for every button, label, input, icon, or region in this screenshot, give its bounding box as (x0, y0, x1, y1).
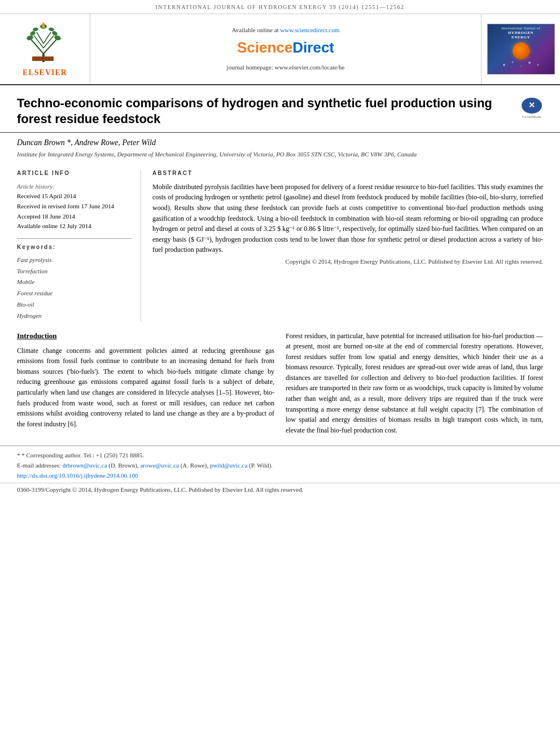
svg-line-6 (43, 32, 51, 43)
article-title-section: Techno-economic comparisons of hydrogen … (0, 85, 560, 133)
footnote-area: * * Corresponding author. Tel.: +1 (250)… (0, 445, 560, 483)
elsevier-label: ELSEVIER (23, 67, 67, 78)
email-brown-name: (D. Brown), (108, 462, 138, 469)
article-info-col: ARTICLE INFO Article history: Received 1… (17, 169, 141, 322)
article-history-block: Article history: Received 15 April 2014 … (17, 182, 132, 231)
email-wild-name: (P. Wild). (249, 462, 273, 469)
article-title: Techno-economic comparisons of hydrogen … (17, 95, 520, 128)
keyword-forest-residue: Forest residue (17, 288, 132, 299)
email-label: E-mail addresses: (17, 462, 61, 469)
svg-line-1 (31, 40, 43, 54)
header-area: ELSEVIER Available online at www.science… (0, 14, 560, 85)
authors: Duncan Brown *, Andrew Rowe, Peter Wild (17, 137, 543, 148)
history-label: Article history: (17, 182, 132, 192)
right-paragraph-1: Forest residues, in particular, have pot… (286, 331, 543, 436)
abstract-col: ABSTRACT Mobile distributed pyrolysis fa… (152, 169, 543, 322)
crossmark-badge[interactable]: ✕ CrossMark (520, 98, 543, 120)
crossmark-icon: ✕ (528, 100, 535, 111)
available-online-link[interactable]: www.sciencedirect.com (280, 27, 339, 33)
journal-cover-intl: International Journal of (501, 27, 540, 30)
authors-section: Duncan Brown *, Andrew Rowe, Peter Wild … (0, 133, 560, 164)
header-left: ELSEVIER (0, 14, 90, 84)
elsevier-logo-svg (14, 20, 76, 65)
page: INTERNATIONAL JOURNAL OF HYDROGEN ENERGY… (0, 0, 560, 747)
svg-point-8 (53, 34, 61, 41)
svg-point-7 (25, 34, 33, 41)
abstract-header: ABSTRACT (152, 169, 543, 177)
svg-point-19 (511, 61, 513, 63)
doi-link[interactable]: http://dx.doi.org/10.1016/j.ijhydene.201… (17, 472, 138, 479)
article-info-abstract-area: ARTICLE INFO Article history: Received 1… (0, 169, 560, 322)
article-info-header: ARTICLE INFO (17, 169, 132, 177)
abstract-text: Mobile distributed pyrolysis facilities … (152, 182, 543, 255)
available-online-text: Available online at www.sciencedirect.co… (232, 26, 340, 34)
journal-cover-stars (493, 59, 549, 71)
available-online: Available online 12 July 2014 (17, 221, 132, 231)
main-content: Introduction Climate change concerns and… (0, 322, 560, 440)
brand-direct: Direct (292, 39, 334, 56)
svg-line-2 (43, 40, 56, 54)
svg-point-20 (520, 65, 522, 67)
keyword-bio-oil: Bio-oil (17, 299, 132, 311)
intro-paragraph-1: Climate change concerns and government p… (17, 346, 274, 430)
email-rowe-name: (A. Rowe), (181, 462, 208, 469)
journal-bar: INTERNATIONAL JOURNAL OF HYDROGEN ENERGY… (0, 0, 560, 14)
journal-cover-title: International Journal of HYDROGEN ENERGY (501, 27, 540, 40)
affiliation: Institute for Integrated Energy Systems,… (17, 150, 543, 159)
doi-line: http://dx.doi.org/10.1016/j.ijhydene.201… (17, 471, 543, 481)
email-brown-link[interactable]: drbrown@uvic.ca (63, 462, 107, 469)
journal-homepage: journal homepage: www.elsevier.com/locat… (227, 63, 345, 72)
brand-science: Science (237, 39, 292, 56)
svg-line-5 (37, 32, 43, 43)
svg-point-11 (32, 27, 38, 32)
svg-point-21 (528, 62, 531, 64)
email-rowe-link[interactable]: arowe@uvic.ca (140, 462, 178, 469)
issn-line: 0360-3199/Copyright © 2014, Hydrogen Ene… (0, 483, 560, 496)
header-center: Available online at www.sciencedirect.co… (90, 14, 481, 84)
received-revised: Received in revised form 17 June 2014 (17, 202, 132, 212)
crossmark-label: CrossMark (522, 115, 541, 120)
corresponding-author-line: * * Corresponding author. Tel.: +1 (250)… (17, 451, 543, 461)
email-line: E-mail addresses: drbrown@uvic.ca (D. Br… (17, 461, 543, 471)
keyword-mobile: Mobile (17, 277, 132, 288)
sciencedirect-brand: ScienceDirect (237, 37, 334, 58)
journal-cover: International Journal of HYDROGEN ENERGY (487, 24, 555, 75)
svg-point-17 (42, 23, 45, 26)
keyword-hydrogen: Hydrogen (17, 311, 132, 322)
svg-point-12 (48, 27, 54, 32)
keyword-torrefaction: Torrefaction (17, 266, 132, 277)
abstract-copyright: Copyright © 2014, Hydrogen Energy Public… (152, 257, 543, 266)
keyword-fast-pyrolysis: Fast pyrolysis (17, 255, 132, 266)
journal-cover-decoration (513, 42, 530, 59)
corresponding-star: * (17, 452, 20, 458)
crossmark-circle: ✕ (522, 98, 542, 113)
divider (17, 238, 132, 239)
right-col: Forest residues, in particular, have pot… (286, 331, 543, 440)
header-right: International Journal of HYDROGEN ENERGY (481, 14, 560, 84)
accepted: Accepted 18 June 2014 (17, 212, 132, 222)
svg-point-18 (503, 64, 505, 66)
email-wild-link[interactable]: pwild@uvic.ca (210, 462, 248, 469)
corresponding-text: * Corresponding author. Tel.: +1 (250) 7… (21, 452, 144, 458)
received-1: Received 15 April 2014 (17, 191, 132, 202)
intro-col: Introduction Climate change concerns and… (17, 331, 274, 440)
journal-cover-h: HYDROGEN (501, 30, 540, 35)
journal-cover-e: ENERGY (501, 35, 540, 40)
keywords-header: Keywords: (17, 243, 132, 251)
journal-bar-text: INTERNATIONAL JOURNAL OF HYDROGEN ENERGY… (155, 4, 404, 10)
intro-title: Introduction (17, 331, 274, 341)
svg-point-22 (537, 64, 539, 65)
